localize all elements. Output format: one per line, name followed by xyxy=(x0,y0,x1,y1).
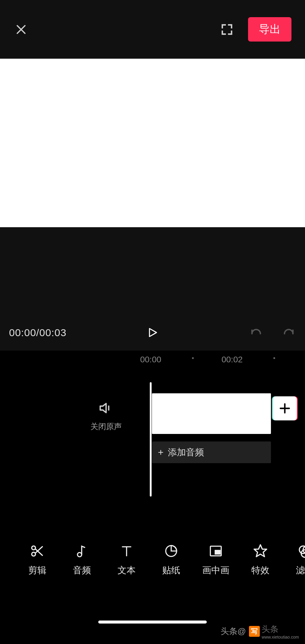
tool-pip[interactable]: 画中画 xyxy=(193,543,238,577)
svg-rect-16 xyxy=(215,550,220,554)
undo-icon xyxy=(249,325,263,340)
plus-icon: + xyxy=(158,447,164,458)
text-icon xyxy=(119,543,134,559)
watermark: 头条@ 写 头条 www.xietoutiao.com xyxy=(221,624,299,639)
video-clip[interactable] xyxy=(152,393,271,434)
close-icon xyxy=(14,23,28,36)
tool-label: 文本 xyxy=(118,564,136,577)
play-button[interactable] xyxy=(145,325,160,340)
export-button[interactable]: 导出 xyxy=(248,17,291,42)
mute-label: 关闭原声 xyxy=(90,421,122,432)
svg-marker-2 xyxy=(149,329,156,337)
playhead[interactable] xyxy=(150,382,152,497)
plus-icon xyxy=(278,402,291,415)
ruler-tick: 00:02 xyxy=(222,355,243,364)
svg-point-11 xyxy=(77,553,82,557)
ruler-dot xyxy=(273,357,275,359)
sticker-icon xyxy=(163,543,179,559)
tool-toolbar: 剪辑 音频 文本 贴纸 xyxy=(0,536,305,584)
tool-filter[interactable]: 滤镜 xyxy=(283,543,305,577)
tool-effects[interactable]: 特效 xyxy=(238,543,283,577)
speaker-icon xyxy=(98,400,114,416)
home-indicator[interactable] xyxy=(98,621,207,624)
undo-button[interactable] xyxy=(249,325,263,340)
close-button[interactable] xyxy=(14,22,29,37)
fullscreen-icon xyxy=(220,23,234,36)
star-icon xyxy=(253,543,268,559)
redo-icon xyxy=(281,325,296,340)
add-audio-button[interactable]: + 添加音频 xyxy=(152,441,271,463)
tool-label: 音频 xyxy=(73,564,91,577)
scissors-icon xyxy=(30,543,45,559)
watermark-brand: 头条 xyxy=(262,624,299,635)
watermark-badge: 写 xyxy=(249,626,260,637)
svg-marker-3 xyxy=(100,404,106,413)
add-audio-label: 添加音频 xyxy=(168,446,204,459)
tool-edit[interactable]: 剪辑 xyxy=(15,543,60,577)
tool-sticker[interactable]: 贴纸 xyxy=(149,543,193,577)
pip-icon xyxy=(208,543,224,559)
timeline[interactable]: 关闭原声 + 添加音频 xyxy=(0,369,305,534)
watermark-prefix: 头条@ xyxy=(221,626,246,637)
play-icon xyxy=(146,327,159,339)
redo-button[interactable] xyxy=(281,325,296,340)
music-note-icon xyxy=(74,543,90,559)
timeline-ruler[interactable]: 00:00 00:02 xyxy=(0,351,305,369)
tool-label: 剪辑 xyxy=(28,564,46,577)
tool-label: 特效 xyxy=(251,564,269,577)
fullscreen-button[interactable] xyxy=(219,22,234,37)
tool-label: 滤镜 xyxy=(296,564,305,577)
time-display: 00:00/00:03 xyxy=(9,327,67,339)
mute-original-audio-button[interactable]: 关闭原声 xyxy=(90,400,122,432)
tool-audio[interactable]: 音频 xyxy=(60,543,104,577)
ruler-tick: 00:00 xyxy=(140,355,161,364)
watermark-url: www.xietoutiao.com xyxy=(262,635,299,639)
svg-marker-17 xyxy=(254,545,267,557)
filter-icon xyxy=(297,543,305,559)
tool-text[interactable]: 文本 xyxy=(104,543,149,577)
ruler-dot xyxy=(192,357,194,359)
add-clip-button[interactable] xyxy=(273,396,297,420)
tool-label: 画中画 xyxy=(202,564,229,577)
video-preview[interactable] xyxy=(0,59,305,227)
tool-label: 贴纸 xyxy=(162,564,180,577)
